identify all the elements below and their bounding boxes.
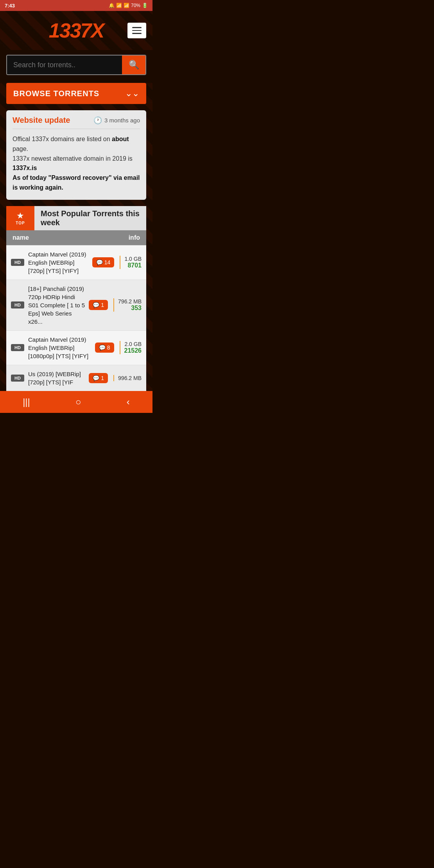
comment-count: 8 bbox=[107, 344, 110, 351]
torrent-name: Us (2019) [WEBRip] [720p] [YTS] [YIF bbox=[28, 370, 85, 386]
table-header: name info bbox=[6, 230, 146, 245]
update-time-ago: 3 months ago bbox=[104, 117, 140, 124]
search-bar: 🔍 bbox=[6, 55, 146, 75]
menu-line-3 bbox=[132, 33, 142, 34]
torrent-size: 996.2 MB bbox=[118, 375, 142, 381]
recent-apps-button[interactable]: ||| bbox=[15, 395, 38, 409]
home-button[interactable]: ○ bbox=[68, 395, 89, 409]
browse-torrents-button[interactable]: BROWSE TORRENTS ⌄⌄ bbox=[6, 83, 146, 104]
table-header-info: info bbox=[129, 234, 140, 241]
update-body: Offical 1337x domains are listed on abou… bbox=[6, 129, 146, 200]
torrent-info: 796.2 MB 353 bbox=[113, 298, 142, 312]
comment-count: 1 bbox=[101, 302, 104, 308]
torrent-info: 996.2 MB bbox=[113, 375, 142, 381]
torrent-size: 796.2 MB bbox=[118, 298, 142, 305]
alarm-icon: 🔔 bbox=[109, 3, 115, 8]
update-body-text3: 1337x newest alternative domain in 2019 … bbox=[13, 155, 133, 162]
torrent-size: 1.0 GB bbox=[124, 256, 142, 262]
comment-icon: 💬 bbox=[93, 302, 99, 308]
browse-chevron-icon: ⌄⌄ bbox=[125, 88, 139, 99]
update-card: Website update 🕐 3 months ago Offical 13… bbox=[6, 110, 146, 200]
hd-badge: HD bbox=[11, 301, 24, 308]
comment-badge: 💬 1 bbox=[89, 300, 108, 310]
torrent-list: HD Captain Marvel (2019) English [WEBRip… bbox=[6, 245, 146, 391]
logo-x: X bbox=[91, 19, 104, 42]
torrent-row[interactable]: HD Captain Marvel (2019) English [WEBRip… bbox=[6, 330, 146, 365]
menu-button[interactable] bbox=[127, 23, 146, 38]
update-body-domain: 1337x.is bbox=[13, 165, 37, 171]
torrent-size: 2.0 GB bbox=[124, 341, 142, 347]
logo-text: 1337 bbox=[49, 19, 91, 42]
torrent-name: Captain Marvel (2019) English [WEBRip] [… bbox=[28, 250, 88, 275]
comment-badge: 💬 1 bbox=[89, 373, 108, 383]
battery-icon: 🔋 bbox=[142, 3, 148, 8]
hd-badge: HD bbox=[11, 259, 24, 266]
torrent-row[interactable]: HD Us (2019) [WEBRip] [720p] [YTS] [YIF … bbox=[6, 365, 146, 391]
search-section: 🔍 bbox=[0, 50, 152, 83]
top-text: TOP bbox=[16, 221, 25, 225]
browse-label: BROWSE TORRENTS bbox=[13, 89, 99, 98]
comment-icon: 💬 bbox=[99, 344, 106, 351]
comment-count: 14 bbox=[104, 259, 111, 265]
logo: 1337X bbox=[49, 19, 104, 42]
top-badge: ★ TOP bbox=[6, 206, 34, 230]
comment-icon: 💬 bbox=[96, 259, 103, 265]
torrent-name: Captain Marvel (2019) English [WEBRip] [… bbox=[28, 335, 91, 360]
status-icons: 🔔 📶 📶 70% 🔋 bbox=[109, 3, 148, 8]
update-body-text1: Offical 1337x domains are listed on bbox=[13, 136, 112, 142]
torrent-seeds: 21526 bbox=[124, 347, 142, 354]
popular-header: ★ TOP Most Popular Torrents this week bbox=[6, 206, 146, 230]
menu-line-1 bbox=[132, 27, 142, 28]
signal-icon: 📶 bbox=[124, 3, 129, 8]
comment-count: 1 bbox=[101, 375, 104, 381]
search-button[interactable]: 🔍 bbox=[122, 56, 145, 74]
update-body-text2: page. bbox=[13, 145, 28, 152]
header: 1337X bbox=[0, 11, 152, 50]
wifi-icon: 📶 bbox=[116, 3, 122, 8]
torrent-row[interactable]: HD Captain Marvel (2019) English [WEBRip… bbox=[6, 245, 146, 280]
comment-icon: 💬 bbox=[93, 375, 99, 381]
top-star-icon: ★ bbox=[16, 211, 24, 221]
update-body-password: As of today "Password recovery" via emai… bbox=[13, 174, 140, 191]
popular-section: ★ TOP Most Popular Torrents this week na… bbox=[6, 206, 146, 391]
update-title: Website update bbox=[13, 116, 70, 125]
table-header-name: name bbox=[13, 234, 29, 241]
back-button[interactable]: ‹ bbox=[119, 395, 138, 409]
bottom-nav: ||| ○ ‹ bbox=[0, 391, 152, 413]
search-input[interactable] bbox=[7, 56, 122, 74]
menu-line-2 bbox=[132, 30, 142, 31]
search-icon: 🔍 bbox=[129, 60, 139, 70]
hd-badge: HD bbox=[11, 344, 24, 351]
update-body-about: about bbox=[112, 136, 129, 142]
torrent-info: 1.0 GB 8701 bbox=[120, 256, 142, 269]
popular-title: Most Popular Torrents this week bbox=[34, 209, 146, 227]
status-bar: 7:43 🔔 📶 📶 70% 🔋 bbox=[0, 0, 152, 11]
comment-badge: 💬 8 bbox=[95, 343, 114, 353]
update-time: 🕐 3 months ago bbox=[93, 116, 140, 125]
torrent-row[interactable]: HD [18+] Panchali (2019) 720p HDRip Hind… bbox=[6, 280, 146, 330]
torrent-seeds: 353 bbox=[118, 305, 142, 312]
clock-icon: 🕐 bbox=[93, 116, 102, 125]
hd-badge: HD bbox=[11, 375, 24, 382]
status-time: 7:43 bbox=[5, 3, 15, 9]
torrent-info: 2.0 GB 21526 bbox=[120, 341, 142, 354]
torrent-name: [18+] Panchali (2019) 720p HDRip Hindi S… bbox=[28, 285, 85, 326]
battery-text: 70% bbox=[131, 3, 140, 8]
update-card-header: Website update 🕐 3 months ago bbox=[6, 110, 146, 129]
comment-badge: 💬 14 bbox=[92, 257, 115, 267]
torrent-seeds: 8701 bbox=[124, 262, 142, 269]
